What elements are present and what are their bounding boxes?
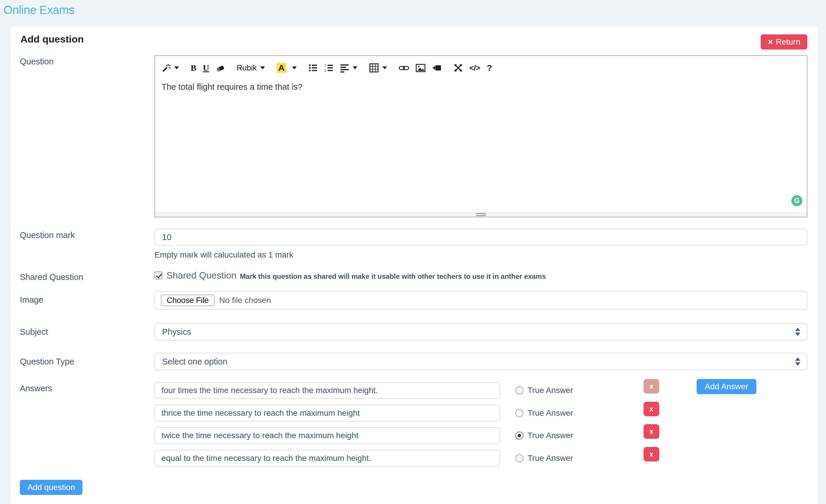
answer-text-input[interactable] [155, 450, 500, 467]
add-question-card: Add question × Return Question B U [10, 26, 818, 504]
chevron-down-icon [292, 66, 297, 69]
chain-link-icon [399, 63, 409, 72]
select-arrows-icon [795, 358, 800, 366]
delete-answer-button[interactable]: x [644, 447, 659, 461]
delete-answer-button[interactable]: x [644, 379, 659, 394]
subject-selected-value: Physics [162, 327, 191, 337]
insert-picture-button[interactable] [416, 63, 425, 72]
shared-question-checkbox[interactable] [155, 271, 162, 279]
chevron-down-icon [260, 66, 265, 69]
bold-button[interactable]: B [191, 63, 196, 73]
file-chosen-status: No file chosen [219, 296, 271, 305]
add-question-submit-button[interactable]: Add question [20, 480, 82, 495]
true-answer-option[interactable]: True Answer [515, 405, 573, 422]
question-editor-content[interactable]: The total flight requires a time that is… [162, 81, 789, 93]
underline-button[interactable]: U [203, 63, 209, 73]
eraser-button[interactable] [216, 63, 225, 72]
font-family-dropdown[interactable]: Rubik [237, 64, 265, 72]
return-button[interactable]: × Return [761, 35, 807, 50]
picture-icon [416, 63, 425, 72]
shared-question-note: Mark this question as shared will make i… [240, 271, 546, 280]
subject-select[interactable]: Physics [155, 323, 807, 340]
editor-resize-bar[interactable] [155, 212, 807, 217]
eraser-icon [216, 63, 225, 72]
true-answer-label: True Answer [528, 386, 573, 395]
answer-text-input[interactable] [155, 382, 500, 399]
table-button[interactable] [369, 63, 387, 73]
select-arrows-icon [795, 328, 800, 336]
font-color-icon: A [277, 63, 287, 73]
card-title: Add question [20, 34, 84, 45]
magic-wand-icon [162, 63, 171, 72]
font-family-value: Rubik [237, 64, 257, 72]
true-answer-option[interactable]: True Answer [515, 450, 573, 467]
question-mark-label: Question mark [20, 231, 75, 240]
answer-text-input[interactable] [155, 405, 500, 422]
true-answer-radio[interactable] [515, 432, 524, 440]
true-answer-option[interactable]: True Answer [515, 427, 573, 444]
subject-label: Subject [20, 327, 48, 337]
ordered-list-icon: 1 2 [324, 63, 334, 72]
table-grid-icon [369, 63, 379, 73]
fullscreen-arrows-icon [454, 63, 463, 72]
question-label: Question [20, 57, 54, 66]
image-file-input[interactable]: Choose File No file chosen [155, 291, 807, 310]
insert-link-button[interactable] [399, 63, 409, 72]
question-mark-input[interactable] [155, 229, 807, 246]
chevron-down-icon [382, 66, 387, 69]
paragraph-align-icon [340, 63, 349, 72]
true-answer-radio[interactable] [515, 409, 524, 417]
true-answer-radio[interactable] [515, 454, 524, 462]
insert-video-button[interactable] [432, 63, 442, 72]
unordered-list-icon [308, 63, 318, 72]
ordered-list-button[interactable]: 1 2 [324, 63, 334, 72]
question-mark-help-text: Empty mark will caluculated as 1 mark [155, 250, 293, 260]
grammarly-icon[interactable]: G [791, 195, 803, 206]
svg-text:1: 1 [324, 64, 326, 67]
answer-row: True Answer x [20, 427, 807, 444]
chevron-down-icon [174, 66, 179, 69]
help-button[interactable]: ? [487, 63, 492, 73]
font-color-button[interactable]: A [277, 63, 297, 73]
close-icon: × [768, 38, 773, 46]
question-type-label: Question Type [20, 357, 74, 367]
true-answer-label: True Answer [528, 431, 573, 440]
true-answer-radio[interactable] [515, 386, 524, 394]
unordered-list-button[interactable] [308, 63, 318, 72]
chevron-down-icon [353, 66, 357, 69]
answer-row: True Answer x [20, 405, 807, 422]
editor-toolbar: B U Rubik A [162, 59, 800, 76]
delete-answer-button[interactable]: x [644, 424, 659, 439]
video-icon [432, 63, 442, 72]
magic-style-button[interactable] [162, 63, 179, 72]
shared-question-row: Shared Question Mark this question as sh… [155, 270, 546, 281]
paragraph-align-button[interactable] [340, 63, 357, 72]
true-answer-option[interactable]: True Answer [515, 382, 573, 399]
question-type-select[interactable]: Select one option [155, 353, 807, 370]
shared-question-checkbox-label[interactable]: Shared Question [166, 270, 236, 281]
shared-question-label: Shared Question [20, 272, 83, 282]
choose-file-button[interactable]: Choose File [161, 295, 215, 306]
question-type-selected-value: Select one option [162, 357, 227, 367]
svg-text:2: 2 [324, 69, 326, 72]
true-answer-label: True Answer [528, 454, 573, 463]
return-button-label: Return [776, 37, 800, 47]
fullscreen-button[interactable] [454, 63, 463, 72]
answer-text-input[interactable] [155, 427, 500, 444]
add-answer-button[interactable]: Add Answer [697, 379, 756, 394]
page-title: Online Exams [3, 3, 74, 17]
question-rich-text-editor[interactable]: B U Rubik A [155, 55, 807, 217]
image-label: Image [20, 295, 44, 305]
delete-answer-button[interactable]: x [644, 402, 659, 416]
code-view-button[interactable]: </> [469, 64, 480, 72]
answer-row: True Answer x [20, 450, 807, 467]
resize-handle-icon [476, 213, 486, 216]
answer-row: True Answer x Add Answer [20, 382, 807, 399]
true-answer-label: True Answer [528, 408, 573, 418]
